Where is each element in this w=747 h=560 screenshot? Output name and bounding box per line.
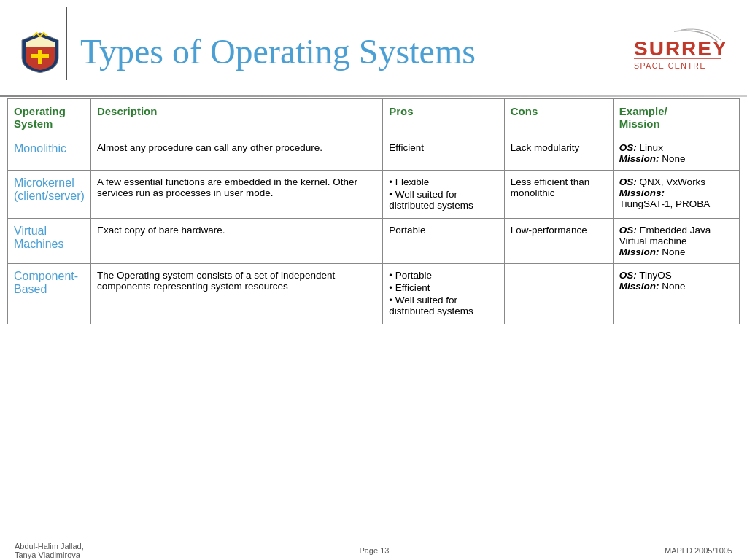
pros-cell: Portable [383,219,505,264]
example-cell: OS: TinyOS Mission: None [613,264,739,324]
col-header-cons: Cons [504,99,613,136]
vertical-divider [66,7,67,80]
description-cell: A few essential functions are embedded i… [90,171,382,219]
example-os-value: QNX, VxWorks [640,176,706,187]
table-row: Monolithic Almost any procedure can call… [8,136,740,171]
cons-cell: Low-performance [504,219,613,264]
col-header-description: Description [90,99,382,136]
os-name-cell: Monolithic [8,136,91,171]
pros-item: Well suited for distributed systems [389,189,498,211]
example-mission-value: None [662,153,685,164]
example-mission-value: None [662,281,685,292]
col-header-pros: Pros [383,99,505,136]
os-name-cell: Component-Based [8,264,91,324]
cons-cell [504,264,613,324]
table-header-row: OperatingSystem Description Pros Cons Ex… [8,99,740,136]
os-name: Microkernel(client/server) [14,176,85,202]
pros-text: Portable [389,225,425,236]
pros-item: Well suited for distributed systems [389,295,498,316]
example-os-label: OS: [619,176,637,187]
pros-text: Efficient [389,142,424,153]
cons-text: Less efficient than monolithic [511,176,590,198]
os-name-cell: Microkernel(client/server) [8,171,91,219]
example-mission-label: Mission: [619,246,659,257]
example-mission-label: Mission: [619,153,659,164]
header-divider [0,95,747,97]
col-header-os: OperatingSystem [8,99,91,136]
example-cell: OS: Embedded Java Virtual machine Missio… [613,219,739,264]
footer-left: Abdul-Halim Jallad, Tanya Vladimirova [15,542,84,559]
example-os-value: TinyOS [639,270,672,281]
example-cell: OS: QNX, VxWorks Missions: TiungSAT-1, P… [613,171,739,219]
example-mission-value: None [662,246,685,257]
page-title: Types of Operating Systems [80,31,476,71]
coat-of-arms-logo [15,26,66,77]
example-cell: OS: Linux Mission: None [613,136,739,171]
surrey-logo: SURREY SPACE CENTRE [630,28,725,75]
footer-author-line2: Tanya Vladimirova [15,551,80,559]
example-missions-value: TiungSAT-1, PROBA [619,198,711,209]
description-text: The Operating system consists of a set o… [97,270,335,292]
description-text: A few essential functions are embedded i… [97,176,357,198]
main-content: OperatingSystem Description Pros Cons Ex… [0,98,747,324]
description-cell: The Operating system consists of a set o… [90,264,382,324]
example-os-value: Linux [640,142,663,153]
description-text: Almost any procedure can call any other … [97,142,322,153]
col-header-example: Example/Mission [613,99,739,136]
pros-item: Portable [389,270,498,281]
example-mission-label: Mission: [619,281,659,292]
example-missions-label: Missions: [619,187,665,198]
svg-text:SURREY: SURREY [634,37,725,60]
cons-text: Low-performance [511,225,587,236]
example-os-label: OS: [619,270,637,281]
description-cell: Almost any procedure can call any other … [90,136,382,171]
pros-item: Flexible [389,176,498,187]
footer-mapld: MAPLD 2005/1005 [665,546,732,555]
footer-page: Page 13 [359,546,389,555]
os-name: Component-Based [14,270,78,295]
os-table: OperatingSystem Description Pros Cons Ex… [7,98,740,324]
example-os-label: OS: [619,142,637,153]
os-name: Monolithic [14,142,66,155]
description-cell: Exact copy of bare hardware. [90,219,382,264]
cons-cell: Lack modularity [504,136,613,171]
svg-rect-1 [31,54,49,58]
footer: Abdul-Halim Jallad, Tanya Vladimirova Pa… [0,540,747,560]
pros-item: Efficient [389,282,498,293]
example-os-label: OS: [619,225,637,236]
footer-right: MAPLD 2005/1005 [665,546,732,555]
header: Types of Operating Systems SURREY SPACE … [0,0,747,95]
table-row: VirtualMachines Exact copy of bare hardw… [8,219,740,264]
table-row: Component-Based The Operating system con… [8,264,740,324]
table-row: Microkernel(client/server) A few essenti… [8,171,740,219]
description-text: Exact copy of bare hardware. [97,225,225,236]
cons-text: Lack modularity [511,142,580,153]
pros-cell: Portable Efficient Well suited for distr… [383,264,505,324]
cons-cell: Less efficient than monolithic [504,171,613,219]
pros-cell: Efficient [383,136,505,171]
os-name-cell: VirtualMachines [8,219,91,264]
footer-author-line1: Abdul-Halim Jallad, [15,542,84,551]
svg-text:SPACE CENTRE: SPACE CENTRE [634,61,706,70]
pros-cell: Flexible Well suited for distributed sys… [383,171,505,219]
title-area: Types of Operating Systems [66,31,630,71]
footer-center: Page 13 [359,546,389,555]
os-name: VirtualMachines [14,225,63,250]
